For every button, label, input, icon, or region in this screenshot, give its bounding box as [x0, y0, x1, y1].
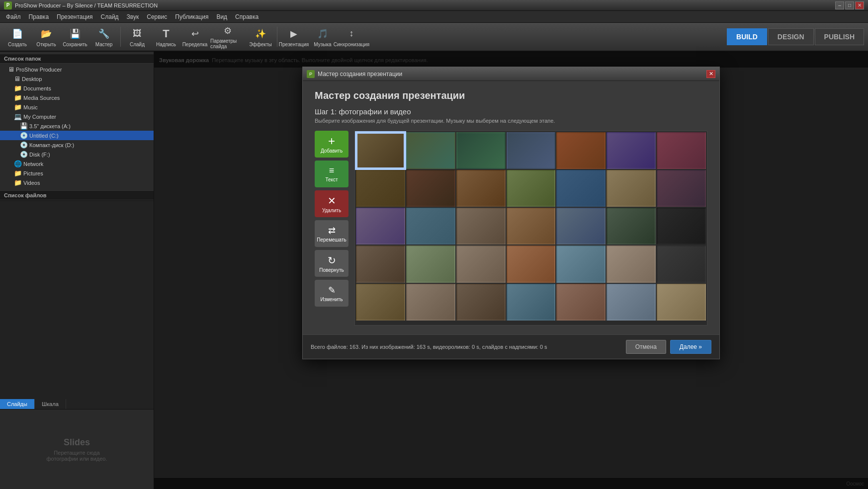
minimize-button[interactable]: – — [835, 1, 844, 9]
wizard-text-button[interactable]: ≡ Текст — [315, 161, 348, 187]
wizard-cancel-button[interactable]: Отмена — [626, 340, 666, 354]
thumbnail-28[interactable] — [657, 245, 706, 282]
thumbnail-23[interactable] — [406, 245, 455, 282]
sidebar-item-floppy[interactable]: 💾 3.5" дискета (A:) — [0, 121, 154, 131]
thumbnail-14[interactable] — [657, 170, 706, 207]
thumbnail-21[interactable] — [657, 208, 706, 244]
app-title: ProShow Producer – By Silence / TEAM RES… — [15, 2, 158, 8]
thumbnail-24[interactable] — [456, 245, 506, 282]
create-button[interactable]: 📄 Создать — [4, 24, 31, 49]
thumbnail-20[interactable] — [607, 208, 656, 244]
maximize-button[interactable]: □ — [845, 1, 854, 9]
thumbnail-35[interactable] — [657, 284, 706, 321]
thumbnail-17[interactable] — [456, 208, 506, 244]
thumbnail-8[interactable] — [356, 170, 405, 207]
thumbnail-15[interactable] — [356, 208, 405, 244]
menu-edit[interactable]: Правка — [25, 12, 53, 21]
design-mode-button[interactable]: DESIGN — [768, 28, 814, 45]
menu-presentation[interactable]: Презентация — [53, 12, 97, 21]
menu-sound[interactable]: Звук — [123, 12, 143, 21]
thumbnail-12[interactable] — [556, 170, 606, 207]
wizard-step-title: Шаг 1: фотографии и видео — [315, 107, 707, 116]
thumbnail-32[interactable] — [507, 284, 556, 321]
sidebar-item-music[interactable]: 📁 Music — [0, 102, 154, 112]
thumbnail-33[interactable] — [556, 284, 606, 321]
thumbnail-11[interactable] — [507, 170, 556, 207]
thumbnail-16[interactable] — [406, 208, 455, 244]
wizard-close-button[interactable]: ✕ — [706, 70, 715, 78]
thumbnail-22[interactable] — [356, 245, 405, 282]
menu-slide[interactable]: Слайд — [97, 12, 123, 21]
wizard-delete-button[interactable]: ✕ Удалить — [315, 190, 348, 217]
redo-icon: ↩ — [188, 27, 202, 41]
thumbnail-26[interactable] — [556, 245, 606, 282]
save-button[interactable]: 💾 Сохранить — [62, 24, 88, 49]
sidebar-item-f-drive[interactable]: 💿 Disk (F:) — [0, 150, 154, 159]
wizard-shuffle-button[interactable]: ⇄ Перемешать — [315, 220, 348, 247]
redo-button[interactable]: ↩ Переделка — [181, 24, 208, 49]
menu-publish[interactable]: Публикация — [171, 12, 212, 21]
menu-help[interactable]: Справка — [231, 12, 262, 21]
wizard-grid-scroll[interactable] — [355, 131, 707, 325]
slide-button[interactable]: 🖼 Слайд — [124, 24, 151, 49]
sidebar-item-network[interactable]: 🌐 Network — [0, 159, 154, 168]
wizard-rotate-button[interactable]: ↻ Повернуть — [315, 250, 348, 277]
sidebar-item-media[interactable]: 📁 Media Sources — [0, 93, 154, 102]
sidebar-item-desktop[interactable]: 🖥 Desktop — [0, 74, 154, 83]
thumbnail-1[interactable] — [356, 132, 405, 169]
thumbnail-5[interactable] — [556, 132, 606, 169]
slide-params-button[interactable]: ⚙ Параметры слайда — [210, 24, 245, 49]
thumbnail-18[interactable] — [507, 208, 556, 244]
wizard-footer-info: Всего файлов: 163. Из них изображений: 1… — [311, 344, 622, 350]
wizard-add-button[interactable]: + Добавить — [315, 131, 348, 158]
modal-overlay: P Мастер создания презентации ✕ Мастер с… — [154, 52, 868, 489]
tab-slides[interactable]: Слайды — [0, 399, 35, 409]
thumbnail-2[interactable] — [406, 132, 455, 169]
thumbnail-19[interactable] — [556, 208, 606, 244]
content-right: Звуковая дорожка Перетащите музыку в эту… — [154, 52, 868, 489]
thumbnail-3[interactable] — [456, 132, 506, 169]
file-list[interactable] — [0, 200, 154, 399]
wizard-change-button[interactable]: ✎ Изменить — [315, 280, 348, 307]
sidebar-item-proshow[interactable]: 🖥 ProShow Producer — [0, 65, 154, 74]
music-button[interactable]: 🎵 Музыка — [309, 24, 336, 49]
thumbnail-9[interactable] — [406, 170, 455, 207]
sidebar-item-c-drive[interactable]: 💿 Untitled (C:) — [0, 131, 154, 140]
thumbnail-7[interactable] — [657, 132, 706, 169]
wizard-actions: + Добавить ≡ Текст ✕ Удалить — [315, 131, 349, 326]
caption-button[interactable]: T Надпись — [153, 24, 179, 49]
slide-area: Slides Перетащите сюдафотографии или вид… — [0, 409, 154, 489]
menu-file[interactable]: Файл — [2, 12, 25, 21]
sidebar-item-videos[interactable]: 📁 Videos — [0, 178, 154, 187]
thumbnail-31[interactable] — [456, 284, 506, 321]
sync-button[interactable]: ↕ Синхронизация — [338, 24, 365, 49]
thumbnail-6[interactable] — [607, 132, 656, 169]
wizard-next-button[interactable]: Далее » — [670, 340, 711, 354]
save-label: Сохранить — [63, 42, 87, 47]
sidebar-item-documents[interactable]: 📁 Documents — [0, 83, 154, 93]
build-mode-button[interactable]: BUILD — [727, 28, 767, 45]
presentation-button[interactable]: ▶ Презентация — [280, 24, 307, 49]
thumbnail-4[interactable] — [507, 132, 556, 169]
thumbnail-29[interactable] — [356, 284, 405, 321]
thumbnail-10[interactable] — [456, 170, 506, 207]
thumbnail-34[interactable] — [607, 284, 656, 321]
sidebar-item-pictures[interactable]: 📁 Pictures — [0, 168, 154, 178]
close-button[interactable]: ✕ — [855, 1, 864, 9]
c-drive-label: Untitled (C:) — [29, 133, 59, 139]
open-button[interactable]: 📂 Открыть — [33, 24, 60, 49]
tab-timeline[interactable]: Шкала — [35, 399, 66, 409]
effects-button[interactable]: ✨ Эффекты — [247, 24, 274, 49]
publish-mode-button[interactable]: PUBLISH — [815, 28, 864, 45]
thumbnail-25[interactable] — [507, 245, 556, 282]
sidebar-item-d-drive[interactable]: 💿 Компакт-диск (D:) — [0, 140, 154, 150]
master-button[interactable]: 🔧 Мастер — [90, 24, 117, 49]
slide-params-label: Параметры слайда — [210, 38, 245, 49]
menu-service[interactable]: Сервис — [143, 12, 171, 21]
menu-view[interactable]: Вид — [212, 12, 231, 21]
sidebar-item-mycomputer[interactable]: 💻 My Computer — [0, 112, 154, 121]
thumbnail-30[interactable] — [406, 284, 455, 321]
thumbnail-13[interactable] — [607, 170, 656, 207]
thumbnail-27[interactable] — [607, 245, 656, 282]
media-label: Media Sources — [23, 95, 60, 101]
